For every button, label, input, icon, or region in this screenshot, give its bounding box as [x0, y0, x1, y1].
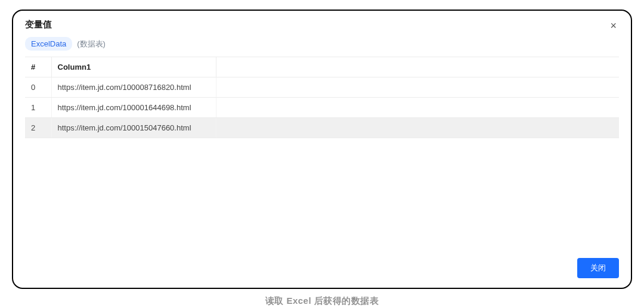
- cell-empty: [216, 118, 619, 138]
- variable-value-modal: 变量值 × ExcelData (数据表) # Column1 0https:/…: [12, 10, 632, 289]
- variable-name-pill[interactable]: ExcelData: [25, 37, 72, 51]
- cell-empty: [216, 77, 619, 98]
- header-empty: [216, 57, 619, 77]
- table-row[interactable]: 2https://item.jd.com/100015047660.html: [25, 118, 619, 138]
- header-column1[interactable]: Column1: [51, 57, 216, 77]
- variable-tag-row: ExcelData (数据表): [13, 37, 631, 57]
- data-table: # Column1 0https://item.jd.com/100008716…: [25, 57, 619, 138]
- cell-column1: https://item.jd.com/100008716820.html: [51, 77, 216, 98]
- table-row[interactable]: 0https://item.jd.com/100008716820.html: [25, 77, 619, 98]
- table-header-row: # Column1: [25, 57, 619, 77]
- table-row[interactable]: 1https://item.jd.com/100001644698.html: [25, 98, 619, 118]
- close-button[interactable]: 关闭: [577, 258, 619, 278]
- figure-caption: 读取 Excel 后获得的数据表: [0, 295, 644, 307]
- cell-index: 0: [25, 77, 51, 98]
- data-table-container: # Column1 0https://item.jd.com/100008716…: [13, 57, 631, 250]
- header-index[interactable]: #: [25, 57, 51, 77]
- modal-footer: 关闭: [13, 250, 631, 288]
- cell-column1: https://item.jd.com/100001644698.html: [51, 98, 216, 118]
- cell-column1: https://item.jd.com/100015047660.html: [51, 118, 216, 138]
- variable-type-label: (数据表): [77, 39, 106, 49]
- cell-index: 2: [25, 118, 51, 138]
- modal-header: 变量值 ×: [13, 11, 631, 37]
- modal-title: 变量值: [25, 19, 52, 30]
- cell-index: 1: [25, 98, 51, 118]
- close-icon[interactable]: ×: [608, 19, 619, 32]
- cell-empty: [216, 98, 619, 118]
